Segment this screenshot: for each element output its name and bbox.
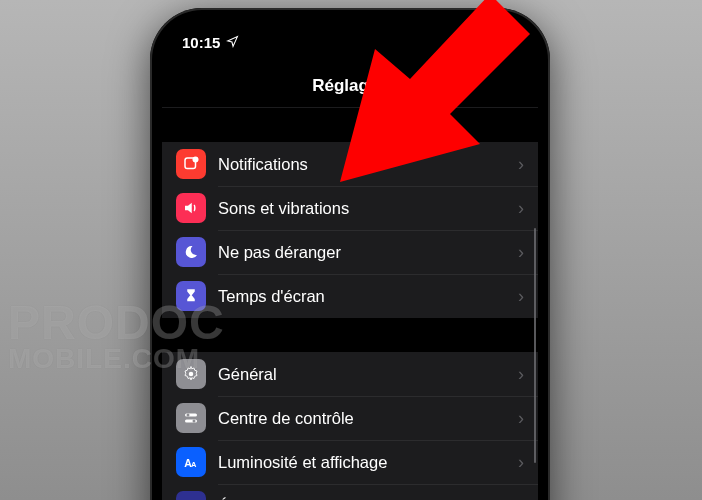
battery-icon <box>492 36 518 48</box>
controlcenter-icon <box>176 403 206 433</box>
row-sounds[interactable]: Sons et vibrations › <box>162 186 538 230</box>
chevron-right-icon: › <box>518 496 524 501</box>
display-icon: AA <box>176 447 206 477</box>
screentime-icon <box>176 281 206 311</box>
page-title: Réglages <box>312 76 388 96</box>
svg-point-8 <box>193 157 199 163</box>
row-general[interactable]: Général › <box>162 352 538 396</box>
phone-screen: 10:15 Réglages <box>162 20 538 500</box>
phone-frame: 10:15 Réglages <box>150 8 550 500</box>
sounds-icon <box>176 193 206 223</box>
notifications-icon <box>176 149 206 179</box>
row-screentime[interactable]: Temps d'écran › <box>162 274 538 318</box>
page-header: Réglages <box>162 64 538 108</box>
row-dnd[interactable]: Ne pas déranger › <box>162 230 538 274</box>
row-label: Sons et vibrations <box>218 199 518 218</box>
row-controlcenter[interactable]: Centre de contrôle › <box>162 396 538 440</box>
svg-point-13 <box>193 420 196 423</box>
row-label: Luminosité et affichage <box>218 453 518 472</box>
svg-rect-6 <box>515 40 517 45</box>
svg-rect-0 <box>448 44 451 48</box>
row-label: Notifications <box>218 155 518 174</box>
row-label: Écran d'accueil <box>218 497 518 501</box>
row-label: Centre de contrôle <box>218 409 518 428</box>
location-icon <box>226 34 239 51</box>
row-label: Ne pas déranger <box>218 243 518 262</box>
chevron-right-icon: › <box>518 242 524 263</box>
svg-text:A: A <box>191 460 197 469</box>
svg-point-9 <box>189 372 194 377</box>
svg-rect-2 <box>458 38 461 48</box>
settings-group-1: Notifications › Sons et vibrations › Ne … <box>162 142 538 318</box>
row-label: Général <box>218 365 518 384</box>
homescreen-icon <box>176 491 206 500</box>
chevron-right-icon: › <box>518 198 524 219</box>
settings-list[interactable]: Notifications › Sons et vibrations › Ne … <box>162 108 538 500</box>
scroll-indicator <box>534 228 537 463</box>
svg-rect-1 <box>453 41 456 48</box>
chevron-right-icon: › <box>518 408 524 429</box>
chevron-right-icon: › <box>518 452 524 473</box>
chevron-right-icon: › <box>518 286 524 307</box>
settings-group-2: Général › Centre de contrôle › AA Lumino… <box>162 352 538 500</box>
row-homescreen[interactable]: Écran d'accueil › <box>162 484 538 500</box>
chevron-right-icon: › <box>518 154 524 175</box>
row-label: Temps d'écran <box>218 287 518 306</box>
notch <box>260 20 440 48</box>
row-display[interactable]: AA Luminosité et affichage › <box>162 440 538 484</box>
row-notifications[interactable]: Notifications › <box>162 142 538 186</box>
svg-rect-5 <box>494 38 512 46</box>
signal-icon <box>448 36 466 48</box>
wifi-icon <box>471 36 487 48</box>
chevron-right-icon: › <box>518 364 524 385</box>
svg-rect-3 <box>463 36 466 48</box>
status-time: 10:15 <box>182 34 220 51</box>
general-icon <box>176 359 206 389</box>
dnd-icon <box>176 237 206 267</box>
svg-point-12 <box>187 414 190 417</box>
